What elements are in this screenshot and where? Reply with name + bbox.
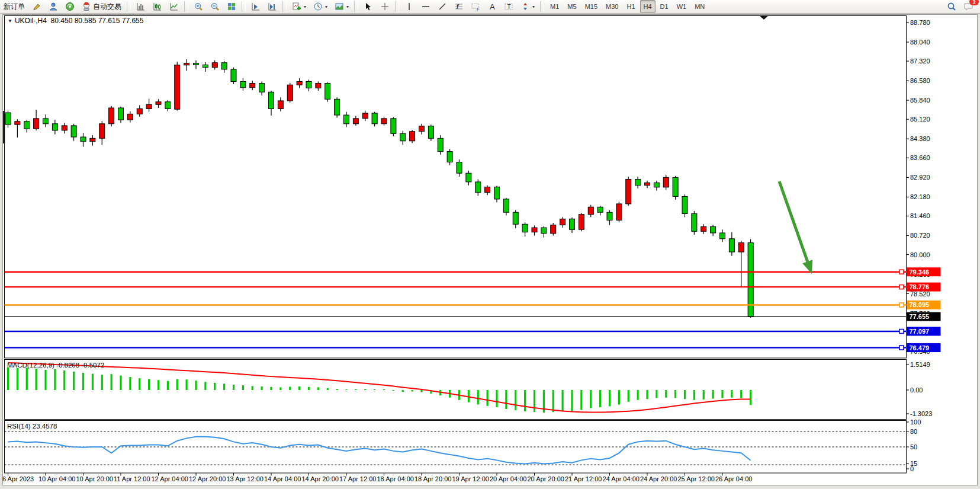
tile-windows-button[interactable] xyxy=(224,0,239,13)
auto-scroll-button[interactable] xyxy=(248,0,264,13)
candle-body-up xyxy=(62,126,67,130)
pic-icon xyxy=(335,2,344,11)
level-price-badge-label: 77.097 xyxy=(910,328,930,335)
notifications-button[interactable]: 1 xyxy=(960,0,977,13)
hline-tool-button[interactable] xyxy=(418,0,433,13)
crosshair-tool-button[interactable] xyxy=(377,0,393,13)
candle-body-down xyxy=(654,183,659,187)
candle-body-down xyxy=(570,219,575,229)
bar-chart-mode-button[interactable] xyxy=(133,0,149,13)
candle-body-down xyxy=(71,126,76,137)
dropdown-caret-icon[interactable]: ▾ xyxy=(532,4,535,9)
autotrade-button[interactable]: 自动交易 xyxy=(79,0,124,13)
trendline-tool-button[interactable] xyxy=(435,0,450,13)
macd-histogram-bar xyxy=(693,390,695,400)
timeframe-button-m15[interactable]: M15 xyxy=(581,0,601,13)
zoomin-icon xyxy=(194,2,203,11)
candle-chart-mode-button[interactable] xyxy=(150,0,165,13)
candle-body-down xyxy=(522,224,528,232)
templates-button[interactable]: ▾ xyxy=(332,0,352,13)
date-axis-label: 18 Apr 04:00 xyxy=(377,475,414,482)
clock-icon xyxy=(313,2,323,11)
timeframe-button-d1[interactable]: D1 xyxy=(657,0,672,13)
timeframe-button-m5[interactable]: M5 xyxy=(564,0,580,13)
macd-axis-label: -1.3023 xyxy=(910,410,932,417)
label-tool-button[interactable]: T xyxy=(501,0,516,13)
rsi-axis-label: 80 xyxy=(910,428,917,435)
timeframe-button-m30[interactable]: M30 xyxy=(602,0,622,13)
search-button[interactable] xyxy=(944,0,959,13)
macd-histogram-bar xyxy=(703,390,705,399)
candle-body-down xyxy=(635,179,641,185)
level-price-badge-label: 78.095 xyxy=(910,301,930,308)
toolbar-separator xyxy=(354,1,358,12)
brush-icon xyxy=(32,2,41,11)
macd-histogram-bar xyxy=(129,377,131,390)
macd-histogram-bar xyxy=(317,387,319,390)
chart-canvas[interactable]: 88.78088.04087.32086.58085.84085.12084.3… xyxy=(0,0,980,489)
macd-histogram-bar xyxy=(139,378,140,390)
timeframe-button-w1[interactable]: W1 xyxy=(673,0,690,13)
zoom-in-button[interactable] xyxy=(191,0,206,13)
new-order-button[interactable]: 新订单 xyxy=(1,0,28,13)
timeframe-button-m1[interactable]: M1 xyxy=(547,0,563,13)
candle-body-up xyxy=(532,228,537,232)
text-tool-button[interactable]: A xyxy=(484,0,500,13)
fibonacci-tool-button[interactable]: f xyxy=(451,0,467,13)
candle-body-down xyxy=(607,212,612,220)
line-drag-handle[interactable] xyxy=(899,270,904,274)
dropdown-caret-icon[interactable]: ▾ xyxy=(325,4,327,9)
macd-histogram-bar xyxy=(580,390,582,410)
vline-tool-button[interactable] xyxy=(401,0,417,13)
periods-button[interactable]: ▾ xyxy=(310,0,330,13)
candle-body-down xyxy=(541,228,547,234)
macd-histogram-bar xyxy=(252,386,253,390)
timeframe-button-mn[interactable]: MN xyxy=(691,0,708,13)
date-axis-label: 24 Apr 20:00 xyxy=(640,475,677,482)
macd-histogram-bar xyxy=(637,390,639,400)
line-drag-handle[interactable] xyxy=(899,303,904,307)
macd-histogram-bar xyxy=(599,390,601,407)
signals-button[interactable] xyxy=(62,0,78,13)
date-axis-label: 25 Apr 12:00 xyxy=(678,475,715,482)
macd-axis-label: 0.00 xyxy=(910,386,923,394)
price-axis-label: 88.780 xyxy=(910,19,930,26)
brush-tool-button[interactable] xyxy=(29,0,44,13)
market-watch-button[interactable] xyxy=(46,0,61,13)
timeframe-button-h4[interactable]: H4 xyxy=(640,0,656,13)
macd-histogram-bar xyxy=(674,390,676,398)
add-indicator-button[interactable]: ▾ xyxy=(289,0,309,13)
date-axis-label: 12 Apr 20:00 xyxy=(189,475,226,482)
macd-histogram-bar xyxy=(336,389,338,390)
macd-histogram-bar xyxy=(176,379,178,390)
candle-body-up xyxy=(250,84,255,88)
macd-histogram-bar xyxy=(36,369,37,390)
candle-body-down xyxy=(81,137,86,142)
candle-body-up xyxy=(184,63,189,65)
line-drag-handle[interactable] xyxy=(899,346,904,350)
candles-icon xyxy=(153,2,162,11)
fibo-icon: f xyxy=(454,2,464,11)
dropdown-caret-icon[interactable]: ▾ xyxy=(346,4,349,9)
zoom-out-button[interactable] xyxy=(207,0,223,13)
cursor-tool-button[interactable] xyxy=(361,0,376,13)
channel-tool-button[interactable]: F xyxy=(468,0,483,13)
candle-body-down xyxy=(494,187,500,199)
price-axis-label: 87.320 xyxy=(910,57,930,65)
timeframe-button-h1[interactable]: H1 xyxy=(623,0,638,13)
price-axis-label: 80.000 xyxy=(910,251,930,258)
dropdown-caret-icon[interactable]: ▾ xyxy=(304,4,306,9)
macd-histogram-bar xyxy=(279,387,281,390)
line-drag-handle[interactable] xyxy=(899,285,904,289)
textA-icon: A xyxy=(487,2,497,11)
macd-histogram-bar xyxy=(63,370,65,390)
main-price-pane[interactable] xyxy=(5,16,907,359)
line-drag-handle[interactable] xyxy=(899,330,904,334)
chart-shift-button[interactable] xyxy=(265,0,280,13)
date-axis-label: 10 Apr 20:00 xyxy=(76,475,113,482)
robot-icon xyxy=(82,2,91,11)
line-chart-mode-button[interactable] xyxy=(166,0,182,13)
arrows-tool-button[interactable]: ▾ xyxy=(518,0,538,13)
new-order-button-label: 新订单 xyxy=(4,2,25,12)
candle-body-up xyxy=(419,126,425,132)
